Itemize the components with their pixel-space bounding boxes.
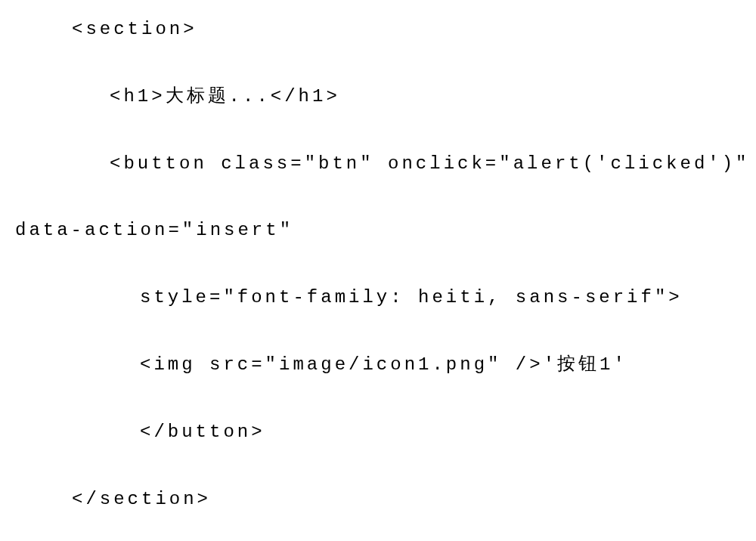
code-line-2: <h1>大标题...</h1> — [15, 86, 756, 108]
code-line-5: style="font-family: heiti, sans-serif"> — [15, 287, 756, 309]
code-line-1: <section> — [15, 19, 756, 41]
code-line-3: <button class="btn" onclick="alert('clic… — [15, 153, 756, 175]
code-line-6: <img src="image/icon1.png" />'按钮1' — [15, 354, 756, 376]
code-line-7: </button> — [15, 422, 756, 444]
code-line-8: </section> — [15, 489, 756, 511]
code-line-4: data-action="insert" — [15, 220, 756, 242]
